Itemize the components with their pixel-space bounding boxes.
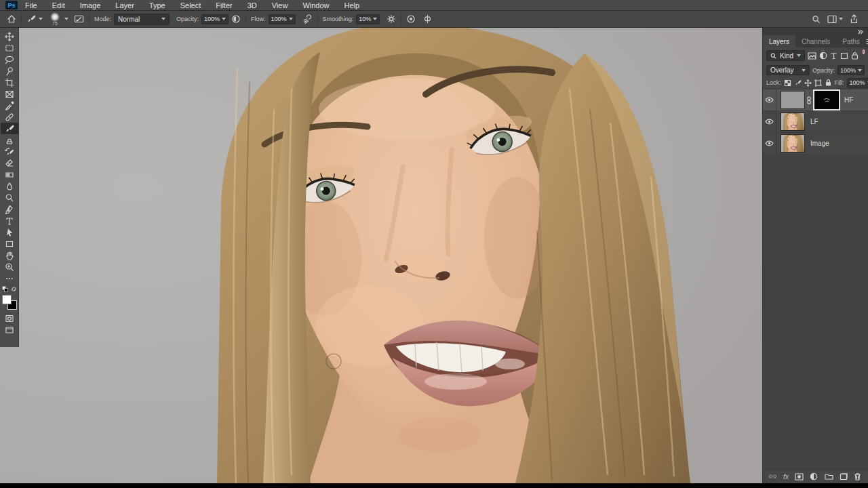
add-layer-mask-icon[interactable]	[795, 473, 804, 481]
menu-layer[interactable]: Layer	[108, 0, 142, 11]
menu-window[interactable]: Window	[295, 0, 336, 11]
brush-tool-preset-icon[interactable]	[26, 14, 36, 24]
layer-filtering-toggle[interactable]	[863, 49, 865, 54]
pressure-opacity-icon[interactable]	[231, 14, 241, 24]
delete-layer-trash-icon[interactable]	[854, 472, 861, 481]
filter-kind-select[interactable]: Kind	[766, 50, 805, 61]
blur-tool[interactable]	[1, 180, 18, 192]
chevron-down-icon	[797, 54, 801, 57]
path-selection-tool[interactable]	[1, 226, 18, 238]
blend-mode-select[interactable]: Normal	[114, 14, 170, 25]
spot-healing-brush-tool[interactable]	[1, 111, 18, 123]
menu-view[interactable]: View	[264, 0, 296, 11]
clone-stamp-tool[interactable]	[1, 134, 18, 146]
lock-image-pixels-icon[interactable]	[794, 78, 802, 88]
lock-position-icon[interactable]	[804, 78, 812, 88]
hand-tool[interactable]	[1, 249, 18, 261]
zoom-tool[interactable]	[1, 261, 18, 272]
opacity-select[interactable]: 100%	[201, 14, 229, 24]
menu-filter[interactable]: Filter	[208, 0, 239, 11]
link-layers-icon[interactable]	[768, 473, 777, 480]
lock-all-icon[interactable]	[825, 78, 832, 88]
layer-row-hf[interactable]: HF	[763, 89, 868, 111]
brush-size-preview[interactable]: 75	[48, 12, 62, 26]
layer-thumbnail-lf[interactable]	[781, 113, 805, 131]
chevron-down-icon[interactable]	[39, 18, 43, 20]
filter-smart-objects-icon[interactable]	[851, 51, 859, 61]
lock-artboard-icon[interactable]	[814, 78, 822, 88]
layer-visibility-toggle[interactable]	[763, 89, 776, 111]
default-swap-colors[interactable]	[2, 286, 17, 292]
brush-settings-panel-icon[interactable]	[74, 14, 84, 24]
paint-symmetry-icon[interactable]	[422, 14, 433, 24]
filter-adjustment-layers-icon[interactable]	[819, 51, 827, 61]
history-brush-tool[interactable]	[1, 146, 18, 157]
eraser-tool[interactable]	[1, 157, 18, 169]
layer-visibility-toggle[interactable]	[763, 111, 776, 133]
color-swatches[interactable]	[2, 295, 17, 310]
workspace-switcher[interactable]	[827, 15, 843, 24]
swap-colors-icon[interactable]	[11, 286, 17, 292]
collapse-panels-icon[interactable]	[857, 29, 864, 35]
filter-type-layers-icon[interactable]	[830, 51, 837, 61]
lasso-tool[interactable]	[1, 54, 18, 65]
chevron-down-icon[interactable]	[64, 18, 68, 20]
flow-select[interactable]: 100%	[269, 14, 296, 24]
filter-shape-layers-icon[interactable]	[840, 51, 848, 61]
rectangular-marquee-tool[interactable]	[1, 42, 18, 54]
move-tool[interactable]	[1, 30, 18, 42]
tool-bar	[0, 28, 19, 347]
new-adjustment-layer-icon[interactable]	[810, 472, 818, 481]
foreground-color-swatch[interactable]	[2, 295, 12, 304]
new-layer-icon[interactable]	[840, 473, 848, 481]
crop-tool[interactable]	[1, 77, 18, 88]
default-colors-icon[interactable]	[2, 286, 8, 292]
document-canvas[interactable]	[0, 28, 762, 483]
menu-file[interactable]: File	[18, 0, 45, 11]
layer-blend-mode-select[interactable]: Overlay	[766, 65, 810, 75]
menu-edit[interactable]: Edit	[45, 0, 73, 11]
layer-mask-thumbnail-hf[interactable]	[814, 91, 839, 109]
brush-tool[interactable]	[1, 123, 18, 134]
quick-selection-tool[interactable]	[1, 65, 18, 77]
home-icon[interactable]	[7, 14, 16, 24]
layer-thumbnail-hf[interactable]	[781, 91, 805, 109]
tab-layers[interactable]: Layers	[763, 35, 795, 47]
menu-help[interactable]: Help	[337, 0, 368, 11]
menu-type[interactable]: Type	[142, 0, 173, 11]
pen-tool[interactable]	[1, 203, 18, 215]
filter-pixel-layers-icon[interactable]	[808, 51, 816, 61]
layer-thumbnail-image[interactable]	[781, 134, 805, 152]
layer-fill-select[interactable]: 100%	[847, 78, 868, 88]
smoothing-select[interactable]: 10%	[356, 14, 380, 24]
quick-mask-mode-button[interactable]	[1, 312, 18, 324]
pressure-size-icon[interactable]	[406, 14, 416, 24]
eyedropper-tool[interactable]	[1, 100, 18, 111]
frame-tool[interactable]	[1, 88, 18, 100]
edit-toolbar-ellipsis-icon[interactable]	[1, 272, 18, 284]
smoothing-options-gear-icon[interactable]	[387, 14, 396, 24]
screen-mode-button[interactable]	[1, 324, 18, 336]
dodge-tool[interactable]	[1, 192, 18, 203]
search-icon[interactable]	[812, 15, 821, 24]
mask-link-icon[interactable]	[806, 96, 812, 104]
letterbox-bar	[0, 483, 868, 488]
rectangle-tool[interactable]	[1, 238, 18, 249]
menu-select[interactable]: Select	[173, 0, 209, 11]
layer-row-image[interactable]: Image	[763, 133, 868, 155]
new-group-folder-icon[interactable]	[825, 473, 833, 480]
layer-style-fx-icon[interactable]: fx	[783, 473, 789, 481]
layer-row-lf[interactable]: LF	[763, 111, 868, 133]
layer-visibility-toggle[interactable]	[763, 133, 776, 155]
menu-3d[interactable]: 3D	[240, 0, 264, 11]
airbrush-icon[interactable]	[302, 14, 313, 24]
menu-image[interactable]: Image	[73, 0, 108, 11]
search-icon	[770, 53, 776, 59]
type-tool[interactable]	[1, 215, 18, 226]
layer-opacity-select[interactable]: 100%	[837, 65, 865, 75]
lock-transparent-pixels-icon[interactable]	[784, 78, 791, 88]
share-image-icon[interactable]	[850, 14, 859, 24]
tab-paths[interactable]: Paths	[836, 35, 866, 47]
gradient-tool[interactable]	[1, 169, 18, 180]
tab-channels[interactable]: Channels	[795, 35, 836, 47]
